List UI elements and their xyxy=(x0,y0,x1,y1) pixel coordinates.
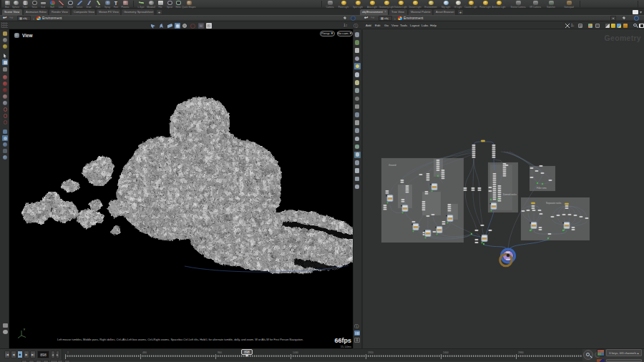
svg-text:1920: 1920 xyxy=(368,351,374,354)
svg-text:480: 480 xyxy=(142,351,147,354)
svg-text:1: 1 xyxy=(67,351,69,354)
svg-text:Filler sms: Filler sms xyxy=(537,187,547,190)
svg-text:y: y xyxy=(24,327,25,331)
svg-text:Separate rocks: Separate rocks xyxy=(546,202,562,205)
svg-text:Domed rocks: Domed rocks xyxy=(503,193,517,196)
svg-text:Ground: Ground xyxy=(389,164,396,167)
svg-text:2400: 2400 xyxy=(443,351,449,354)
svg-text:2880: 2880 xyxy=(518,351,524,354)
svg-text:1440: 1440 xyxy=(293,351,298,354)
svg-text:960: 960 xyxy=(218,351,222,354)
